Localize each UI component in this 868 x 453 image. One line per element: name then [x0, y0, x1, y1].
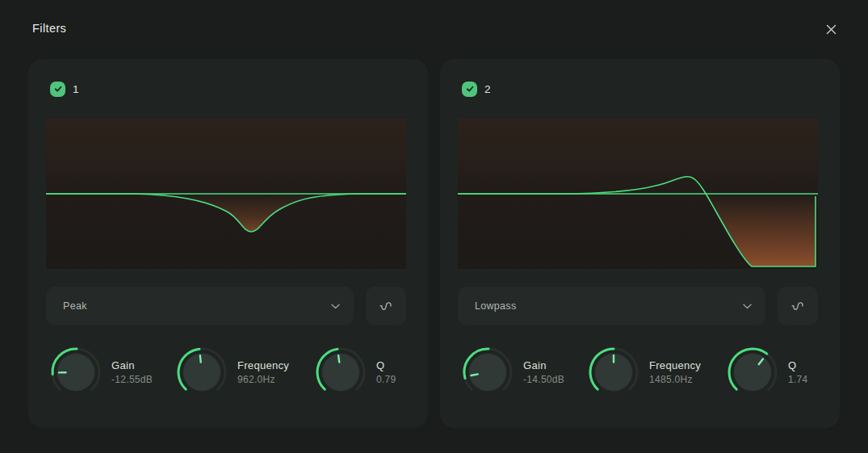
gain-knob[interactable] [49, 346, 103, 399]
controls-row: Peak [46, 287, 406, 325]
knob-value: 962.0Hz [237, 374, 289, 385]
knob-text: Frequency 1485.0Hz [649, 359, 701, 385]
dialog-titlebar: Filters [0, 0, 868, 45]
filter-panel-2: 2 [440, 59, 840, 428]
knob-text: Frequency 962.0Hz [237, 359, 289, 385]
knob-label: Gain [523, 359, 564, 371]
dialog-title: Filters [32, 22, 66, 35]
chevron-down-icon [743, 304, 752, 309]
check-icon [465, 84, 475, 94]
waveform-icon [790, 298, 807, 315]
q-knob[interactable] [726, 346, 779, 399]
filter-type-dropdown[interactable]: Lowpass [458, 287, 765, 325]
knob-text: Gain -14.50dB [523, 359, 564, 385]
gain-knob-group: Gain -14.50dB [461, 346, 564, 399]
chevron-down-icon [331, 304, 340, 309]
q-knob-group: Q 0.79 [314, 346, 396, 399]
filter-type-value: Lowpass [475, 300, 516, 312]
waveform-button[interactable] [778, 287, 818, 325]
response-curve-svg [46, 119, 406, 269]
filter-enable-checkbox[interactable] [462, 82, 477, 97]
enable-row: 2 [462, 81, 491, 97]
knob-label: Gain [111, 359, 153, 371]
knob-text: Q 0.79 [376, 359, 396, 385]
close-icon [825, 23, 837, 36]
knob-value: 1.74 [788, 374, 808, 385]
filter-number: 1 [73, 83, 79, 95]
knob-label: Q [788, 359, 808, 371]
gain-knob-group: Gain -12.55dB [49, 346, 153, 399]
frequency-knob[interactable] [175, 346, 229, 399]
filter-type-dropdown[interactable]: Peak [46, 287, 354, 325]
check-icon [53, 84, 63, 94]
frequency-knob-group: Frequency 962.0Hz [175, 346, 289, 399]
enable-row: 1 [50, 81, 79, 97]
response-curve-svg [458, 119, 818, 269]
knob-text: Q 1.74 [788, 359, 808, 385]
knob-value: -14.50dB [523, 374, 564, 385]
filter-panels: 1 [28, 59, 840, 428]
knob-label: Frequency [237, 359, 289, 371]
close-button[interactable] [824, 22, 838, 36]
knob-label: Q [376, 359, 396, 371]
waveform-icon [378, 298, 395, 315]
filter-panel-1: 1 [28, 59, 428, 428]
frequency-knob[interactable] [587, 346, 640, 399]
frequency-knob-group: Frequency 1485.0Hz [587, 346, 701, 399]
q-knob-group: Q 1.74 [726, 346, 808, 399]
controls-row: Lowpass [458, 287, 818, 325]
filter-response-graph[interactable] [458, 119, 818, 269]
knob-value: -12.55dB [111, 374, 153, 385]
waveform-button[interactable] [366, 287, 406, 325]
filter-enable-checkbox[interactable] [50, 82, 65, 97]
knob-value: 1485.0Hz [649, 374, 701, 385]
filter-response-graph[interactable] [46, 119, 406, 269]
knob-text: Gain -12.55dB [111, 359, 153, 385]
filter-number: 2 [484, 83, 491, 95]
knob-value: 0.79 [376, 374, 396, 385]
filter-type-value: Peak [63, 300, 87, 312]
gain-knob[interactable] [461, 346, 514, 399]
q-knob[interactable] [314, 346, 367, 399]
knob-label: Frequency [649, 359, 701, 371]
